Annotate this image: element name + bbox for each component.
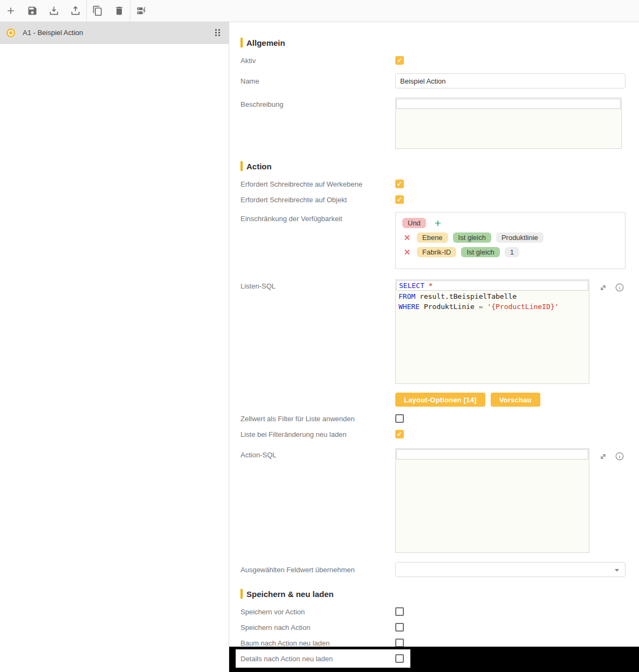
upload-button[interactable] xyxy=(65,0,86,22)
liste-neu-laden-label: Liste bei Filteränderung neu laden xyxy=(241,430,395,438)
feldwert-select[interactable] xyxy=(395,562,626,577)
condition-field-chip[interactable]: Ebene xyxy=(417,232,448,243)
zellwert-label: Zellwert als Filter für Liste anwenden xyxy=(241,415,395,423)
section-accent-bar xyxy=(241,38,243,47)
beschreibung-editor[interactable] xyxy=(395,98,622,149)
remove-condition-icon[interactable]: ✕ xyxy=(402,248,412,257)
schreibrechte-werkebene-checkbox[interactable] xyxy=(395,180,404,188)
filter-condition-row: ✕ Fabrik-ID Ist gleich 1 xyxy=(402,247,619,257)
upload-icon xyxy=(70,5,81,16)
filter-operator-chip[interactable]: Und xyxy=(402,218,426,228)
schreibrechte-objekt-checkbox[interactable] xyxy=(395,195,404,204)
field-row-liste-neu-laden: Liste bei Filteränderung neu laden xyxy=(229,430,639,438)
action-sql-label: Action-SQL xyxy=(241,448,395,459)
listen-sql-label: Listen-SQL xyxy=(241,279,395,290)
plus-icon xyxy=(5,5,16,16)
add-condition-icon[interactable]: + xyxy=(435,218,441,228)
availability-filter-builder: Und + ✕ Ebene Ist gleich Produktlinie ✕ … xyxy=(395,212,626,269)
aktiv-label: Aktiv xyxy=(241,57,395,65)
baum-neu-laden-checkbox[interactable] xyxy=(395,639,404,647)
condition-operator-chip[interactable]: Ist gleich xyxy=(461,247,499,257)
sidebar-item-label: A1 - Beispiel Action xyxy=(23,29,83,37)
liste-neu-laden-checkbox[interactable] xyxy=(395,430,404,438)
speichern-vor-checkbox[interactable] xyxy=(395,607,404,616)
sql-buttons-row: Layout-Optionen [14] Vorschau xyxy=(229,393,639,407)
trash-icon xyxy=(114,5,125,16)
field-row-einschraenkung: Einschränkung der Verfügbarkeit Und + ✕ … xyxy=(229,212,639,269)
field-row-aktiv: Aktiv xyxy=(229,56,639,65)
remove-condition-icon[interactable]: ✕ xyxy=(402,233,412,243)
field-row-schreibrechte-objekt: Erfordert Schreibrechte auf Objekt xyxy=(229,195,639,204)
condition-field-chip[interactable]: Fabrik-ID xyxy=(417,247,456,257)
action-radio-icon xyxy=(6,29,15,37)
action-sql-editor[interactable] xyxy=(395,448,589,553)
feldwert-label: Ausgewählten Feldwert übernehmen xyxy=(241,566,395,574)
layout-optionen-button[interactable]: Layout-Optionen [14] xyxy=(395,393,485,407)
run-batch-button[interactable] xyxy=(130,0,152,22)
section-accent-bar xyxy=(241,589,243,599)
aktiv-checkbox[interactable] xyxy=(395,56,404,65)
field-row-listen-sql: Listen-SQL SELECT *FROM result.tBeispiel… xyxy=(229,279,639,384)
sidebar-item-selected[interactable]: A1 - Beispiel Action xyxy=(0,22,229,44)
field-row-speichern-nach: Speichern nach Action xyxy=(229,623,639,632)
expand-icon[interactable] xyxy=(599,283,608,292)
dns-flash-icon xyxy=(136,5,147,16)
field-row-feldwert: Ausgewählten Feldwert übernehmen xyxy=(229,562,639,577)
chevron-down-icon xyxy=(615,569,619,572)
field-row-name: Name xyxy=(229,73,639,88)
section-allgemein: Allgemein xyxy=(229,37,639,48)
schreibrechte-objekt-label: Erfordert Schreibrechte auf Objekt xyxy=(241,196,395,204)
baum-neu-laden-label: Baum nach Action neu laden xyxy=(241,639,395,647)
section-title: Action xyxy=(246,162,272,171)
section-speichern: Speichern & neu laden xyxy=(229,588,639,599)
info-icon[interactable] xyxy=(615,451,624,461)
save-icon xyxy=(27,5,38,16)
zellwert-checkbox[interactable] xyxy=(395,414,404,423)
drag-handle-icon[interactable] xyxy=(215,29,220,36)
field-row-zellwert: Zellwert als Filter für Liste anwenden xyxy=(229,414,639,423)
expand-icon[interactable] xyxy=(599,452,608,461)
section-title: Speichern & neu laden xyxy=(246,589,334,599)
sidebar: A1 - Beispiel Action xyxy=(0,22,229,672)
detail-panel: Allgemein Aktiv Name Beschreibung Action… xyxy=(229,22,639,672)
section-action: Action xyxy=(229,161,639,172)
field-row-schreibrechte-werkebene: Erfordert Schreibrechte auf Werkebene xyxy=(229,180,639,188)
section-title: Allgemein xyxy=(246,38,285,47)
listen-sql-editor[interactable]: SELECT *FROM result.tBeispielTabelleWHER… xyxy=(395,279,589,384)
condition-value-chip[interactable]: Produktlinie xyxy=(496,232,544,243)
copy-icon xyxy=(92,5,103,16)
vorschau-button[interactable]: Vorschau xyxy=(491,393,540,407)
details-neu-laden-checkbox[interactable] xyxy=(395,654,404,663)
details-neu-laden-label: Details nach Action neu laden xyxy=(241,655,395,663)
field-row-beschreibung: Beschreibung xyxy=(229,98,639,149)
field-row-speichern-vor: Speichern vor Action xyxy=(229,607,639,616)
condition-value-chip[interactable]: 1 xyxy=(505,247,519,257)
name-label: Name xyxy=(241,77,395,85)
speichern-vor-label: Speichern vor Action xyxy=(241,608,395,616)
download-icon xyxy=(49,5,59,16)
einschraenkung-label: Einschränkung der Verfügbarkeit xyxy=(241,212,395,223)
add-button[interactable] xyxy=(0,0,22,22)
beschreibung-label: Beschreibung xyxy=(241,98,395,108)
field-row-details-neu-laden: Details nach Action neu laden xyxy=(236,649,410,668)
toolbar xyxy=(0,0,639,22)
speichern-nach-checkbox[interactable] xyxy=(395,623,404,632)
name-input[interactable] xyxy=(395,73,626,88)
field-row-action-sql: Action-SQL xyxy=(229,448,639,553)
section-accent-bar xyxy=(241,161,243,171)
info-icon[interactable] xyxy=(615,283,624,292)
save-button[interactable] xyxy=(22,0,43,22)
copy-button[interactable] xyxy=(87,0,108,22)
schreibrechte-werkebene-label: Erfordert Schreibrechte auf Werkebene xyxy=(241,180,395,188)
filter-condition-row: ✕ Ebene Ist gleich Produktlinie xyxy=(402,232,619,243)
download-button[interactable] xyxy=(43,0,65,22)
speichern-nach-label: Speichern nach Action xyxy=(241,623,395,632)
delete-button[interactable] xyxy=(108,0,130,22)
field-row-baum-neu-laden: Baum nach Action neu laden xyxy=(229,639,639,647)
condition-operator-chip[interactable]: Ist gleich xyxy=(453,232,491,243)
